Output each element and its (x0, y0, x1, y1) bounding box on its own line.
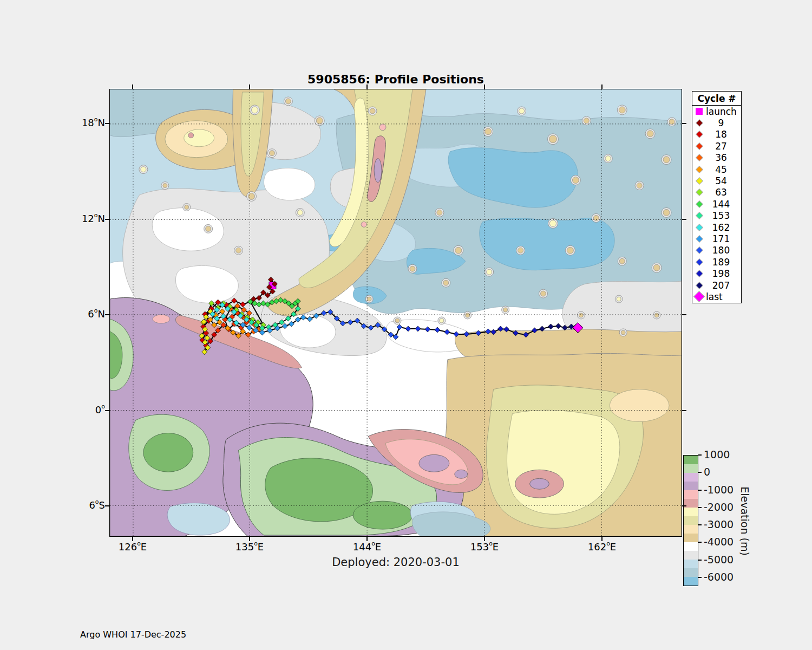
diamond-icon (692, 237, 706, 241)
x-tick-mark (132, 537, 133, 541)
deployed-caption: Deployed: 2020-03-01 (109, 556, 682, 569)
credit-text: Argo WHOI 17-Dec-2025 (80, 629, 186, 640)
colorbar-segment (684, 482, 698, 490)
legend-item-label: 45 (706, 164, 741, 175)
y-tick-label: 12oN (60, 213, 105, 224)
y-tick-label: 18oN (60, 117, 105, 128)
colorbar-segment (684, 525, 698, 534)
colorbar-axis-label: Elevation (m) (738, 471, 751, 571)
colorbar-tick-mark (698, 454, 702, 456)
figure-root: 5905856: Profile Positions (0, 0, 812, 650)
legend-item-153: 153 (692, 210, 741, 222)
square-icon (692, 108, 706, 115)
colorbar-tick-label: -6000 (704, 571, 734, 583)
y-tick-mark (105, 314, 109, 315)
legend-item-label: 9 (706, 118, 741, 128)
colorbar-segment (684, 542, 698, 551)
colorbar-tick-mark (698, 507, 702, 508)
legend-item-label: launch (706, 106, 741, 117)
y-tick-mark (105, 410, 109, 411)
x-tick-mark (366, 84, 368, 89)
diamond-icon (692, 155, 706, 160)
diamond-icon (692, 132, 706, 136)
legend-item-9: 9 (692, 117, 741, 128)
bathymetry-contours (110, 89, 682, 536)
diamond-icon (692, 213, 706, 218)
x-tick-label: 135oE (222, 541, 277, 552)
x-tick-mark (484, 84, 485, 89)
legend-item-label: 189 (706, 257, 741, 268)
legend-item-launch: launch (692, 106, 741, 117)
colorbar-tick-mark (698, 472, 702, 473)
y-tick-mark (105, 219, 109, 220)
x-tick-mark (601, 537, 603, 541)
bathymetry-map (110, 89, 682, 536)
colorbar-tick-mark (698, 490, 702, 491)
legend-item-label: 18 (706, 129, 741, 140)
diamond-icon (692, 260, 706, 264)
colorbar-segment (684, 577, 698, 586)
legend-item-label: 36 (706, 152, 741, 163)
y-tick-mark (682, 123, 686, 124)
legend-item-45: 45 (692, 164, 741, 175)
legend-item-label: 207 (706, 280, 741, 291)
x-tick-label: 162oE (575, 541, 629, 552)
legend-item-36: 36 (692, 152, 741, 164)
colorbar-tick-label: -5000 (704, 554, 734, 566)
legend-item-180: 180 (692, 245, 741, 256)
colorbar-segment (684, 534, 698, 542)
colorbar-tick-mark (698, 542, 702, 543)
legend-item-18: 18 (692, 129, 741, 140)
colorbar-segment (684, 508, 698, 516)
diamond-icon (692, 190, 706, 194)
legend-item-label: 54 (706, 176, 741, 186)
legend-item-144: 144 (692, 198, 741, 210)
colorbar-segment (684, 516, 698, 525)
legend-item-label: 27 (706, 141, 741, 152)
x-tick-label: 153oE (457, 541, 512, 552)
diamond-icon (692, 167, 706, 172)
legend-item-label: 144 (706, 199, 741, 210)
figure-title: 5905856: Profile Positions (109, 73, 682, 86)
legend-item-label: last (706, 291, 741, 302)
colorbar-segment (684, 490, 698, 499)
x-tick-label: 144oE (340, 541, 394, 552)
colorbar-segment (684, 464, 698, 473)
legend-item-label: 63 (706, 187, 741, 198)
y-tick-label: 6oS (60, 499, 105, 511)
x-tick-mark (601, 84, 603, 89)
y-tick-mark (105, 123, 109, 124)
x-tick-mark (366, 537, 368, 541)
elevation-colorbar (683, 455, 698, 586)
legend-items: launch9182736455463144153162171180189198… (692, 106, 741, 303)
cycle-legend: Cycle # launch91827364554631441531621711… (692, 91, 742, 303)
colorbar-tick-label: -3000 (704, 518, 734, 530)
y-tick-label: 0o (60, 404, 105, 415)
x-tick-mark (132, 84, 133, 89)
legend-item-171: 171 (692, 233, 741, 244)
diamond-icon (692, 144, 706, 148)
legend-item-207: 207 (692, 280, 741, 291)
legend-item-63: 63 (692, 187, 741, 198)
colorbar-tick-mark (698, 524, 702, 525)
diamond-icon (692, 179, 706, 183)
colorbar-tick-label: 1000 (704, 448, 730, 460)
x-tick-label: 126oE (106, 541, 160, 552)
legend-item-198: 198 (692, 268, 741, 279)
colorbar-segment (684, 456, 698, 464)
diamond-icon (692, 225, 706, 230)
y-tick-mark (682, 505, 686, 506)
y-tick-mark (682, 410, 686, 411)
x-tick-mark (484, 537, 485, 541)
diamond-icon (692, 283, 706, 288)
legend-item-162: 162 (692, 222, 741, 233)
legend-item-54: 54 (692, 175, 741, 186)
legend-item-last: last (692, 291, 741, 302)
diamond-icon (692, 293, 706, 300)
colorbar-tick-mark (698, 560, 702, 561)
colorbar-segment (684, 568, 698, 577)
y-tick-label: 6oN (60, 308, 105, 320)
colorbar-tick-label: -1000 (704, 484, 734, 496)
colorbar-tick-mark (698, 577, 702, 578)
diamond-icon (692, 271, 706, 276)
